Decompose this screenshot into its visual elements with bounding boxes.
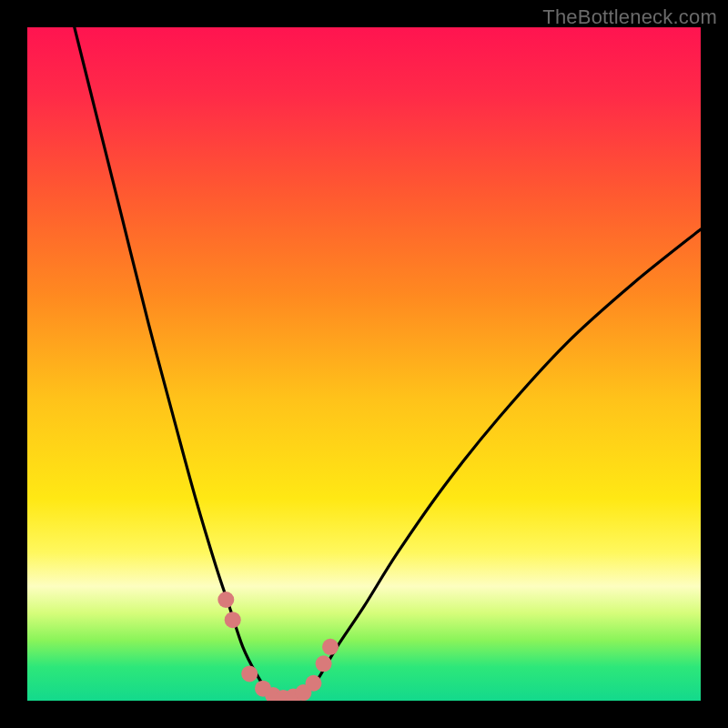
chart-frame: TheBottleneck.com xyxy=(0,0,728,728)
plot-area xyxy=(27,27,701,701)
curve-layer xyxy=(27,27,701,701)
highlight-dot xyxy=(316,655,332,672)
highlight-dot xyxy=(217,592,234,608)
highlight-dots xyxy=(217,592,339,701)
bottleneck-curve xyxy=(75,27,701,701)
highlight-dot xyxy=(322,639,339,655)
watermark-text: TheBottleneck.com xyxy=(542,5,717,29)
highlight-dot xyxy=(225,612,241,628)
highlight-dot xyxy=(241,665,258,682)
highlight-dot xyxy=(306,675,322,692)
